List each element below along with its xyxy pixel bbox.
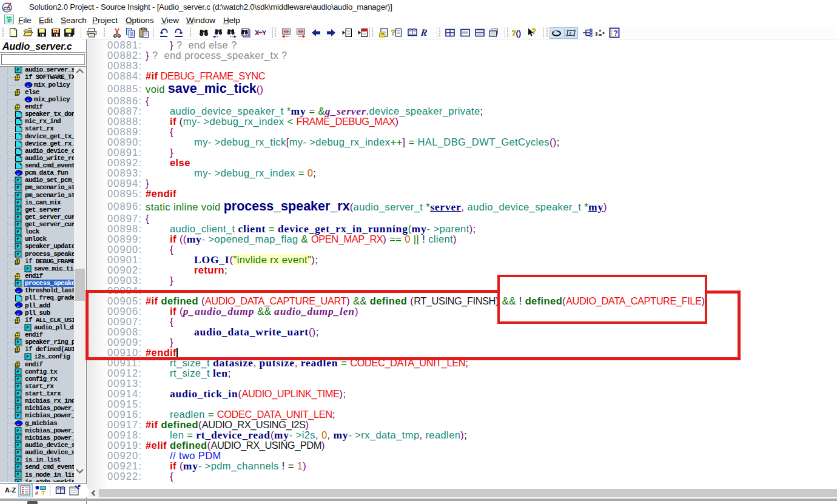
svg-text:#: #	[15, 73, 20, 81]
svg-text:#: #	[15, 103, 20, 111]
svg-text:#: #	[15, 331, 20, 339]
svg-text:#: #	[15, 346, 20, 354]
svg-text:#: #	[15, 272, 20, 280]
svg-text:R: R	[421, 27, 428, 38]
svg-text:T: T	[42, 490, 45, 496]
svg-text:#: #	[15, 258, 20, 266]
svg-text:?: ?	[54, 29, 58, 36]
svg-text:#: #	[15, 317, 20, 324]
svg-text:#: #	[15, 361, 20, 369]
svg-text:?: ?	[614, 29, 618, 38]
svg-text:(): ()	[516, 29, 522, 38]
svg-text:#: #	[15, 89, 20, 96]
svg-text:Y: Y	[262, 29, 266, 36]
svg-text:#: #	[35, 490, 38, 496]
svg-text:?: ?	[532, 27, 536, 36]
svg-text:?: ?	[391, 28, 395, 37]
